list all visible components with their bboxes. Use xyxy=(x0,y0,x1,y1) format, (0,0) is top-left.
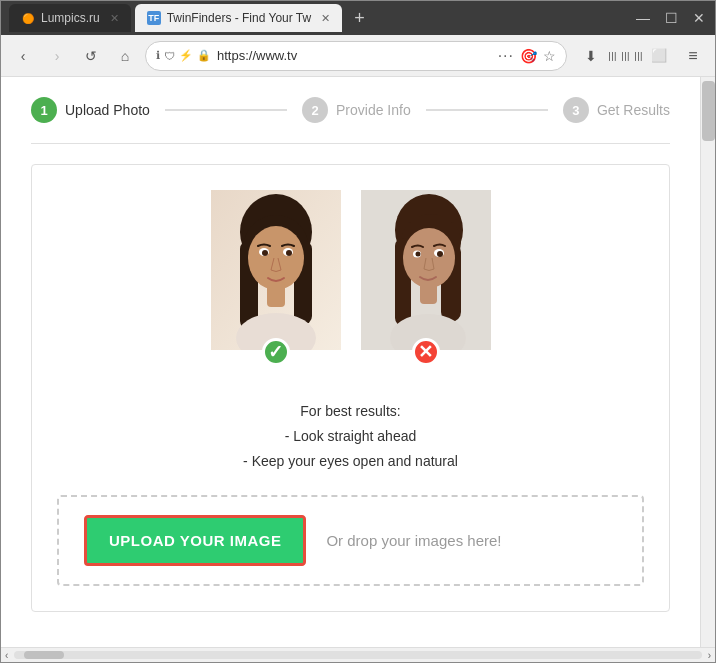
svg-point-24 xyxy=(437,251,443,257)
svg-point-11 xyxy=(262,250,268,256)
extensions-button[interactable]: ⬜ xyxy=(645,42,673,70)
step-2: 2 Provide Info xyxy=(302,97,411,123)
page-content: 1 Upload Photo 2 Provide Info 3 Get Resu… xyxy=(1,77,700,647)
info-icon: ℹ xyxy=(156,49,160,62)
svg-rect-7 xyxy=(267,282,285,307)
tab-lumpics-close[interactable]: ✕ xyxy=(110,12,119,25)
instructions-line2: - Keep your eyes open and natural xyxy=(243,449,458,474)
good-photo-wrapper: ✓ xyxy=(211,190,341,354)
forward-button[interactable]: › xyxy=(43,42,71,70)
svg-point-12 xyxy=(286,250,292,256)
home-button[interactable]: ⌂ xyxy=(111,42,139,70)
step-divider-2 xyxy=(426,109,548,111)
download-button[interactable]: ⬇ xyxy=(577,42,605,70)
new-tab-button[interactable]: + xyxy=(354,8,365,29)
instructions-heading: For best results: xyxy=(243,399,458,424)
step-2-label: Provide Info xyxy=(336,102,411,118)
refresh-button[interactable]: ↺ xyxy=(77,42,105,70)
tab-twinfinders-label: TwinFinders - Find Your Tw xyxy=(167,11,312,25)
step-divider-1 xyxy=(165,109,287,111)
tab-twinfinders[interactable]: TF TwinFinders - Find Your Tw ✕ xyxy=(135,4,343,32)
tab-lumpics-label: Lumpics.ru xyxy=(41,11,100,25)
svg-rect-19 xyxy=(420,282,437,304)
title-bar: 🟠 Lumpics.ru ✕ TF TwinFinders - Find You… xyxy=(1,1,715,35)
step-1-circle: 1 xyxy=(31,97,57,123)
pocket-icon[interactable]: 🎯 xyxy=(520,48,537,64)
instructions-line1: - Look straight ahead xyxy=(243,424,458,449)
instructions: For best results: - Look straight ahead … xyxy=(243,399,458,475)
twinfinders-favicon: TF xyxy=(147,11,161,25)
scroll-right-arrow[interactable]: › xyxy=(706,650,713,661)
step-3-label: Get Results xyxy=(597,102,670,118)
bad-photo xyxy=(361,190,491,350)
lock-icon: 🔒 xyxy=(197,49,211,62)
page-area: 1 Upload Photo 2 Provide Info 3 Get Resu… xyxy=(1,77,715,647)
back-button[interactable]: ‹ xyxy=(9,42,37,70)
bad-photo-wrapper: ✕ xyxy=(361,190,491,354)
close-button[interactable]: ✕ xyxy=(691,10,707,26)
upload-area: UPLOAD YOUR IMAGE Or drop your images he… xyxy=(57,495,644,586)
bad-photo-badge: ✕ xyxy=(412,338,440,366)
drop-text: Or drop your images here! xyxy=(326,532,501,549)
address-bar[interactable]: ℹ 🛡 ⚡ 🔒 https://www.tv ··· 🎯 ☆ xyxy=(145,41,567,71)
bookmarks-panel-button[interactable]: ⫼⫼⫼ xyxy=(611,42,639,70)
address-security-icons: ℹ 🛡 ⚡ 🔒 xyxy=(156,49,211,62)
inner-page: 1 Upload Photo 2 Provide Info 3 Get Resu… xyxy=(1,77,700,632)
minimize-button[interactable]: — xyxy=(635,10,651,26)
url-text: https://www.tv xyxy=(217,48,492,63)
bottom-scroll-track[interactable] xyxy=(14,651,701,659)
content-box: ✓ xyxy=(31,164,670,612)
steps-bar: 1 Upload Photo 2 Provide Info 3 Get Resu… xyxy=(31,97,670,144)
browser-window: 🟠 Lumpics.ru ✕ TF TwinFinders - Find You… xyxy=(0,0,716,663)
step-3: 3 Get Results xyxy=(563,97,670,123)
scrollbar-track[interactable] xyxy=(700,77,715,647)
lumpics-favicon: 🟠 xyxy=(21,11,35,25)
bottom-scrollbar[interactable]: ‹ › xyxy=(1,647,715,662)
nav-extra-buttons: ⬇ ⫼⫼⫼ ⬜ ≡ xyxy=(577,42,707,70)
bookmark-icon[interactable]: ☆ xyxy=(543,48,556,64)
scroll-left-arrow[interactable]: ‹ xyxy=(3,650,10,661)
good-photo xyxy=(211,190,341,350)
tab-twinfinders-close[interactable]: ✕ xyxy=(321,12,330,25)
bottom-scroll-thumb[interactable] xyxy=(24,651,64,659)
scrollbar-thumb[interactable] xyxy=(702,81,715,141)
photo-examples: ✓ xyxy=(211,190,491,354)
step-1: 1 Upload Photo xyxy=(31,97,150,123)
nav-bar: ‹ › ↺ ⌂ ℹ 🛡 ⚡ 🔒 https://www.tv ··· 🎯 ☆ ⬇… xyxy=(1,35,715,77)
step-3-circle: 3 xyxy=(563,97,589,123)
step-1-label: Upload Photo xyxy=(65,102,150,118)
more-icon[interactable]: ··· xyxy=(498,47,514,65)
maximize-button[interactable]: ☐ xyxy=(663,10,679,26)
window-controls: — ☐ ✕ xyxy=(635,10,707,26)
step-2-circle: 2 xyxy=(302,97,328,123)
menu-button[interactable]: ≡ xyxy=(679,42,707,70)
good-photo-badge: ✓ xyxy=(262,338,290,366)
address-extra-icons: ··· 🎯 ☆ xyxy=(498,47,556,65)
lightning-icon: ⚡ xyxy=(179,49,193,62)
shield-icon: 🛡 xyxy=(164,50,175,62)
tab-lumpics[interactable]: 🟠 Lumpics.ru ✕ xyxy=(9,4,131,32)
svg-point-23 xyxy=(415,252,420,257)
upload-button[interactable]: UPLOAD YOUR IMAGE xyxy=(84,515,306,566)
